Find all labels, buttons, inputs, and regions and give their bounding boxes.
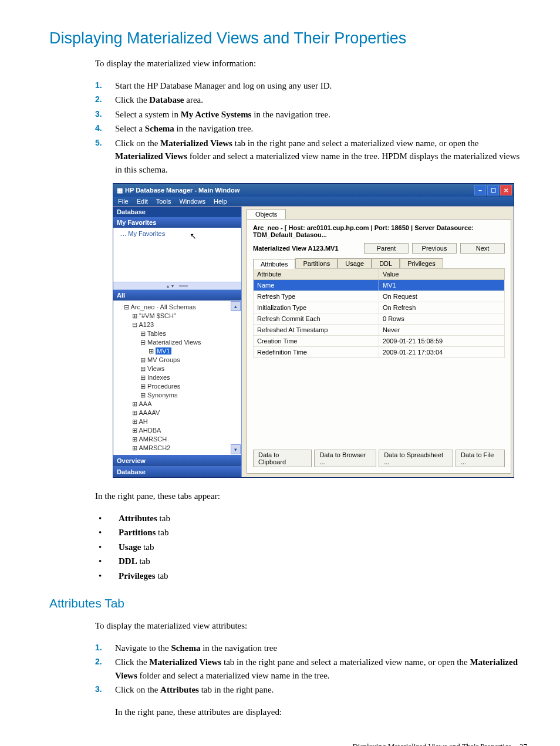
parent-button[interactable]: Parent <box>364 243 409 254</box>
data-to-spreadsheet-button[interactable]: Data to Spreadsheet ... <box>379 450 453 467</box>
data-to-clipboard-button[interactable]: Data to Clipboard <box>253 450 312 467</box>
page-number: 37 <box>519 742 527 746</box>
step-num: 3. <box>95 683 115 696</box>
overview-link[interactable]: Overview <box>113 455 241 466</box>
menu-windows[interactable]: Windows <box>179 198 205 205</box>
col-attribute[interactable]: Attribute <box>254 269 379 280</box>
scroll-up-button[interactable]: ▴ <box>231 301 241 311</box>
database-header[interactable]: Database <box>113 207 241 217</box>
database-link[interactable]: Database <box>113 466 241 477</box>
menu-help[interactable]: Help <box>214 198 227 205</box>
step-num: 2. <box>95 656 115 668</box>
maximize-button[interactable]: ☐ <box>487 185 499 195</box>
menu-tools[interactable]: Tools <box>156 198 171 205</box>
col-value[interactable]: Value <box>379 269 505 280</box>
table-row[interactable]: Refresh TypeOn Request <box>254 291 505 302</box>
step-text: Start the HP Database Manager and log on… <box>115 79 527 93</box>
data-to-browser-button[interactable]: Data to Browser ... <box>314 450 376 467</box>
list-item: Usage tab <box>119 541 154 554</box>
sub-intro: To display the materialized view attribu… <box>95 619 527 633</box>
cursor-icon: ↖ <box>190 231 197 241</box>
tree-selected: MV1 <box>156 347 171 355</box>
app-window: ▦ HP Database Manager - Main Window – ☐ … <box>113 183 514 478</box>
tab-privileges[interactable]: Privileges <box>400 258 443 268</box>
list-item: Privileges tab <box>119 569 168 583</box>
table-row[interactable]: Initialization TypeOn Refresh <box>254 302 505 313</box>
step-text: Click on the Materialized Views tab in t… <box>115 137 527 177</box>
list-item: Attributes tab <box>119 512 170 525</box>
next-button[interactable]: Next <box>460 243 505 254</box>
intro-text: To display the materialized view informa… <box>95 57 527 70</box>
all-header[interactable]: All <box>113 290 241 301</box>
menubar: File Edit Tools Windows Help <box>113 197 514 206</box>
tab-attributes[interactable]: Attributes <box>253 259 295 269</box>
tab-usage[interactable]: Usage <box>338 258 372 268</box>
window-title: HP Database Manager - Main Window <box>125 187 239 194</box>
content-pane: Objects Arc_neo - [ Host: arc0101.cup.hp… <box>242 207 514 477</box>
list-item: DDL tab <box>119 555 150 568</box>
nav-tree[interactable]: ▴ ⊟ Arc_neo - All Schemas ⊞ "#VM $SCH" ⊟… <box>113 301 241 455</box>
minimize-button[interactable]: – <box>474 185 486 195</box>
sub-after: In the right pane, these attributes are … <box>115 706 527 719</box>
step-text: Click on the Attributes tab in the right… <box>115 683 527 697</box>
breadcrumb: Arc_neo - [ Host: arc0101.cup.hp.com | P… <box>253 224 505 238</box>
splitter[interactable]: ▴ ▾ ━━━ <box>113 282 241 290</box>
step-text: Click the Database area. <box>115 93 527 107</box>
navigation-pane: Database My Favorites .... My Favorites … <box>113 207 242 477</box>
after-image-text: In the right pane, these tabs appear: <box>95 490 527 503</box>
step-num: 2. <box>95 93 115 106</box>
footer-text: Displaying Materialized Views and Their … <box>352 742 511 746</box>
table-row[interactable]: NameMV1 <box>254 280 505 291</box>
favorites-header[interactable]: My Favorites <box>113 217 241 228</box>
data-to-file-button[interactable]: Data to File ... <box>456 450 505 467</box>
scroll-down-button[interactable]: ▾ <box>231 444 241 454</box>
menu-edit[interactable]: Edit <box>137 198 148 205</box>
list-item: Partitions tab <box>119 526 168 539</box>
close-button[interactable]: ✕ <box>500 185 512 195</box>
step-text: Click the Materialized Views tab in the … <box>115 656 527 682</box>
step-text: Select a Schema in the navigation tree. <box>115 122 527 136</box>
step-text: Navigate to the Schema in the navigation… <box>115 642 527 655</box>
table-row[interactable]: Refresh Commit Each0 Rows <box>254 313 505 325</box>
tab-objects[interactable]: Objects <box>247 209 286 219</box>
subsection-title: Attributes Tab <box>49 596 527 610</box>
mv-title: Materialized View A123.MV1 <box>253 245 360 252</box>
step-text: Select a system in My Active Systems in … <box>115 108 527 121</box>
table-row[interactable]: Creation Time2009-01-21 15:08:59 <box>254 336 505 347</box>
attributes-table: Attribute Value NameMV1 Refresh TypeOn R… <box>253 268 505 358</box>
titlebar[interactable]: ▦ HP Database Manager - Main Window – ☐ … <box>113 184 514 197</box>
step-num: 4. <box>95 122 115 134</box>
favorites-node[interactable]: .... My Favorites <box>119 230 165 237</box>
table-row[interactable]: Refreshed At TimestampNever <box>254 325 505 336</box>
tab-ddl[interactable]: DDL <box>372 258 400 268</box>
tab-partitions[interactable]: Partitions <box>295 258 338 268</box>
step-num: 3. <box>95 108 115 120</box>
table-row[interactable]: Redefinition Time2009-01-21 17:03:04 <box>254 347 505 358</box>
menu-file[interactable]: File <box>118 198 129 205</box>
page-title: Displaying Materialized Views and Their … <box>49 29 527 48</box>
step-num: 5. <box>95 137 115 149</box>
step-num: 1. <box>95 642 115 654</box>
app-icon: ▦ <box>117 187 123 194</box>
previous-button[interactable]: Previous <box>412 243 457 254</box>
step-num: 1. <box>95 79 115 92</box>
